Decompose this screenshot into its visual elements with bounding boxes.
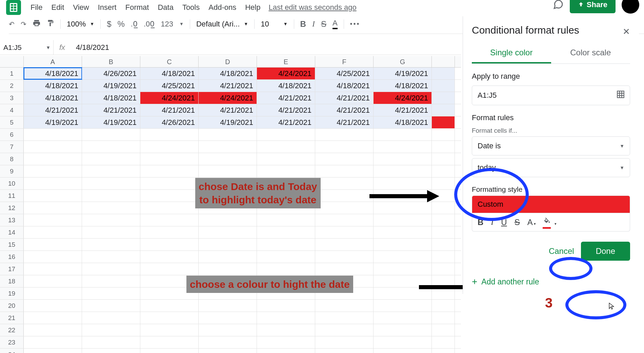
row-header[interactable]: 22 [0,324,24,336]
cell[interactable] [24,349,82,353]
cell[interactable] [257,336,315,348]
row-header[interactable]: 13 [0,214,24,226]
cell[interactable] [140,349,199,353]
cell[interactable] [82,239,140,250]
done-button[interactable]: Done [581,242,630,261]
cell[interactable] [315,190,374,202]
cell[interactable] [199,263,257,275]
cell[interactable]: 4/19/2021 [82,80,140,92]
cell[interactable]: 4/19/2021 [82,116,140,128]
chevron-down-icon[interactable]: ▼ [244,21,248,26]
sheets-app-icon[interactable] [6,0,21,15]
cell[interactable] [82,190,140,202]
cell[interactable] [315,300,374,312]
cell[interactable] [140,312,199,324]
cell[interactable]: 4/24/2021 [257,68,315,79]
cell[interactable] [257,214,315,226]
col-header[interactable]: B [82,56,140,67]
cell[interactable]: 4/21/2021 [315,116,374,128]
menu-view[interactable]: View [73,3,89,12]
cell[interactable]: 4/21/2021 [257,104,315,116]
cell[interactable] [140,300,199,312]
apply-range-input[interactable]: A1:J5 [472,86,630,105]
cell[interactable]: 4/18/2021 [315,80,374,92]
cell[interactable] [315,153,374,165]
cell[interactable] [257,312,315,324]
cell[interactable] [315,165,374,177]
col-header[interactable]: A [24,56,82,67]
menu-insert[interactable]: Insert [98,3,117,12]
cell[interactable] [315,336,374,348]
cell[interactable]: 4/18/2021 [82,92,140,104]
cell[interactable]: 4/25/2021 [140,80,199,92]
cell[interactable]: 4/19/2021 [374,68,432,79]
share-button[interactable]: Share [570,0,616,13]
select-all-corner[interactable] [0,56,24,67]
cell[interactable]: 4/26/2021 [82,68,140,79]
undo-icon[interactable]: ↶ [9,20,15,28]
cell[interactable] [374,214,432,226]
cell[interactable] [374,349,432,353]
cell[interactable]: 4/18/2021 [257,80,315,92]
chevron-down-icon[interactable]: ▼ [179,21,184,26]
cell[interactable] [140,129,199,141]
cell[interactable]: 4/21/2021 [82,104,140,116]
row-header[interactable]: 11 [0,190,24,202]
cell[interactable] [140,336,199,348]
chevron-down-icon[interactable]: ▼ [283,21,288,26]
chevron-down-icon[interactable]: ▼ [90,21,94,26]
cell[interactable] [257,300,315,312]
cell[interactable] [257,239,315,250]
cell[interactable] [24,312,82,324]
menu-edit[interactable]: Edit [51,3,64,12]
cell[interactable] [374,324,432,336]
cell[interactable] [257,349,315,353]
cell[interactable] [374,251,432,263]
cell[interactable]: 4/18/2021 [374,80,432,92]
name-box[interactable]: A1:J5 ▼ [0,40,54,55]
account-avatar[interactable] [622,0,639,14]
cell[interactable] [24,153,82,165]
cell[interactable] [24,263,82,275]
cell[interactable] [140,202,199,214]
row-header[interactable]: 2 [0,80,24,92]
row-header[interactable]: 20 [0,300,24,312]
col-header[interactable]: C [140,56,199,67]
cell[interactable] [257,153,315,165]
cell[interactable]: 4/18/2021 [199,68,257,79]
cell[interactable]: 4/19/2021 [199,116,257,128]
cell[interactable] [82,336,140,348]
cell[interactable] [199,336,257,348]
cell[interactable]: 4/24/2021 [140,92,199,104]
cell[interactable] [257,129,315,141]
col-header[interactable]: E [257,56,315,67]
cell[interactable] [257,141,315,153]
tab-single-color[interactable]: Single color [472,42,551,63]
cell[interactable] [82,287,140,299]
cell[interactable] [374,226,432,238]
row-header[interactable]: 7 [0,141,24,153]
row-header[interactable]: 3 [0,92,24,104]
cell[interactable] [24,165,82,177]
cell[interactable]: 4/21/2021 [24,104,82,116]
cell[interactable] [374,178,432,189]
print-icon[interactable] [33,19,41,29]
cell[interactable]: 4/19/2021 [24,116,82,128]
cell[interactable] [82,300,140,312]
cell[interactable] [257,263,315,275]
cell[interactable] [315,178,374,189]
cell[interactable] [140,178,199,189]
cell[interactable]: 4/21/2021 [374,104,432,116]
more-formats[interactable]: 123 [161,20,173,29]
cell[interactable] [374,165,432,177]
menu-tools[interactable]: Tools [182,3,200,12]
row-header[interactable]: 24 [0,349,24,353]
cell[interactable] [199,141,257,153]
percent-icon[interactable]: % [118,19,125,29]
cell[interactable] [82,251,140,263]
row-header[interactable]: 9 [0,165,24,177]
row-header[interactable]: 19 [0,287,24,299]
cell[interactable] [199,153,257,165]
cell[interactable] [82,349,140,353]
menu-data[interactable]: Data [158,3,173,12]
